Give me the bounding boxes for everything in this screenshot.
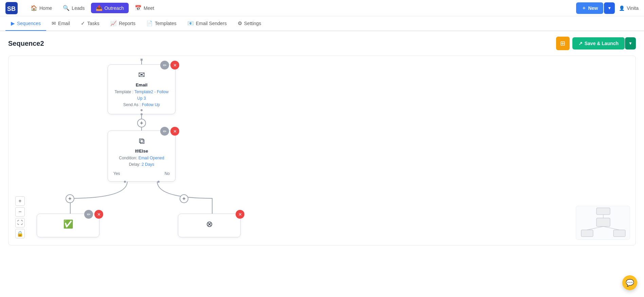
condition-label: Condition: [119, 156, 138, 160]
templates-icon: 📄 [146, 20, 153, 26]
nav-item-outreach[interactable]: 📤 Outreach [91, 3, 129, 13]
no-node-delete-button[interactable]: ✕ [236, 210, 244, 219]
no-node-actions: ✕ [236, 210, 244, 219]
subnav-tasks-label: Tasks [87, 21, 99, 26]
send-as-label: Send As : [123, 102, 142, 107]
top-connector [141, 59, 143, 61]
fit-view-button[interactable]: ⛶ [15, 218, 25, 227]
header-actions: ⊞ ↗ Save & Launch ▼ [556, 37, 636, 50]
yes-node-delete-button[interactable]: ✕ [94, 210, 103, 219]
nav-outreach-label: Outreach [105, 5, 124, 11]
send-as-value: Follow Up [142, 102, 160, 107]
email-node-detail: Template : Template2 - Follow Up 3 Send … [113, 89, 170, 108]
nav-item-home[interactable]: 🏠 Home [26, 3, 57, 13]
save-launch-caret[interactable]: ▼ [625, 37, 636, 50]
svg-rect-6 [596, 208, 610, 215]
lock-button[interactable]: 🔒 [15, 229, 25, 238]
main-header: Sequence2 ⊞ ↗ Save & Launch ▼ [0, 31, 644, 56]
yes-branch-node[interactable]: ✏ ✕ ✅ [37, 214, 99, 237]
zoom-in-button[interactable]: + [15, 196, 25, 206]
subnav-sequences[interactable]: ▶ Sequences [5, 17, 46, 31]
email-senders-icon: 📧 [187, 20, 194, 26]
subnav-templates[interactable]: 📄 Templates [141, 17, 182, 31]
nav-home-label: Home [39, 5, 52, 11]
ifelse-node-title: If/Else [113, 148, 170, 154]
condition-value: Email Opened [139, 156, 164, 160]
email-node-delete-button[interactable]: ✕ [170, 61, 179, 70]
subnav-reports-label: Reports [119, 21, 135, 26]
svg-rect-9 [613, 230, 625, 237]
yes-no-labels: Yes No [113, 171, 170, 176]
nav-item-leads[interactable]: 🔍 Leads [58, 3, 89, 13]
yes-label: Yes [113, 171, 120, 176]
launch-icon: ↗ [578, 41, 583, 46]
svg-rect-8 [581, 230, 593, 237]
nav-items: 🏠 Home 🔍 Leads 📤 Outreach 📅 Meet [26, 3, 576, 13]
logo[interactable]: SB [5, 2, 18, 14]
subnav-email-senders-label: Email Senders [196, 21, 227, 26]
sub-navigation: ▶ Sequences ✉ Email ✓ Tasks 📈 Reports 📄 … [0, 16, 644, 31]
no-branch-add-button[interactable]: + [180, 194, 188, 203]
template-value: Template2 - Follow Up 3 [134, 90, 169, 101]
tasks-icon: ✓ [81, 20, 85, 26]
subnav-email-label: Email [58, 21, 70, 26]
yes-node-icon: ✅ [42, 219, 94, 229]
yes-branch-dot [124, 181, 126, 183]
nav-right: ＋ New ▼ 👤 Vinita [576, 2, 639, 14]
email-node-actions: ✏ ✕ [160, 61, 179, 70]
email-node-icon: ✉ [113, 70, 170, 80]
email-node[interactable]: ✏ ✕ ✉ Email Template : Template2 - Follo… [108, 64, 176, 114]
no-node-icon: ⊗ [184, 219, 235, 229]
ifelse-node-delete-button[interactable]: ✕ [170, 127, 179, 136]
delay-value: 2 Days [142, 162, 154, 167]
save-launch-wrapper: ↗ Save & Launch ▼ [572, 37, 636, 50]
user-icon: 👤 [619, 5, 625, 11]
svg-rect-7 [596, 218, 610, 226]
save-launch-label: Save & Launch [585, 41, 619, 46]
nav-item-meet[interactable]: 📅 Meet [130, 3, 159, 13]
email-node-bottom-dot [141, 113, 143, 115]
sequences-icon: ▶ [11, 20, 15, 26]
subnav-reports[interactable]: 📈 Reports [105, 17, 141, 31]
plus-icon: ＋ [582, 5, 586, 11]
yes-node-actions: ✏ ✕ [84, 210, 103, 219]
search-icon: 🔍 [63, 5, 70, 11]
ifelse-node-edit-button[interactable]: ✏ [160, 127, 169, 136]
yes-branch-add-button[interactable]: + [66, 194, 74, 203]
new-button[interactable]: ＋ New [576, 2, 604, 14]
grid-view-button[interactable]: ⊞ [556, 37, 570, 50]
reports-icon: 📈 [110, 20, 117, 26]
subnav-email[interactable]: ✉ Email [46, 17, 75, 31]
nav-leads-label: Leads [72, 5, 85, 11]
no-branch-node[interactable]: ✕ ⊗ [178, 214, 241, 237]
subnav-sequences-label: Sequences [17, 21, 41, 26]
new-button-label: New [588, 5, 598, 11]
user-name: 👤 Vinita [619, 5, 639, 11]
subnav-tasks[interactable]: ✓ Tasks [75, 17, 105, 31]
new-button-caret[interactable]: ▼ [604, 2, 615, 14]
ifelse-node[interactable]: ✏ ✕ ⧉ If/Else Condition: Email Opened De… [108, 131, 176, 182]
subnav-settings[interactable]: ⚙ Settings [232, 17, 267, 31]
mini-map [576, 206, 630, 240]
subnav-email-senders[interactable]: 📧 Email Senders [182, 17, 232, 31]
settings-icon: ⚙ [238, 20, 242, 26]
ifelse-node-icon: ⧉ [113, 136, 170, 146]
email-icon: ✉ [52, 20, 56, 26]
outreach-icon: 📤 [96, 5, 103, 11]
save-launch-button[interactable]: ↗ Save & Launch [572, 37, 625, 50]
subnav-templates-label: Templates [155, 21, 177, 26]
email-node-inner-dot [141, 109, 143, 111]
zoom-out-button[interactable]: − [15, 207, 25, 217]
email-node-edit-button[interactable]: ✏ [160, 61, 169, 70]
ifelse-node-actions: ✏ ✕ [160, 127, 179, 136]
svg-line-11 [587, 226, 603, 230]
page-title: Sequence2 [8, 40, 44, 47]
user-name-label: Vinita [627, 5, 639, 11]
svg-text:SB: SB [7, 5, 16, 12]
yes-node-edit-button[interactable]: ✏ [84, 210, 93, 219]
email-node-title: Email [113, 82, 170, 87]
new-button-wrapper: ＋ New ▼ [576, 2, 615, 14]
top-navigation: SB 🏠 Home 🔍 Leads 📤 Outreach 📅 Meet ＋ Ne… [0, 0, 644, 16]
meet-icon: 📅 [135, 5, 142, 11]
add-step-button[interactable]: + [137, 119, 146, 127]
